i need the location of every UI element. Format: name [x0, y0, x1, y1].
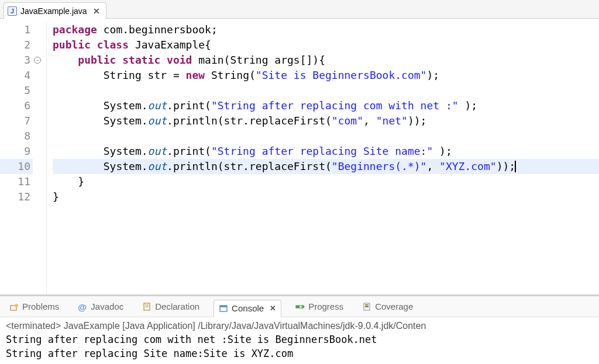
code-editor[interactable]: 123−456789101112 package com.beginnersbo… [0, 19, 599, 294]
tab-label: Problems [22, 301, 59, 311]
declaration-icon [142, 302, 152, 311]
code-line[interactable]: System.out.println(str.replaceFirst("com… [53, 113, 599, 129]
tab-label: Coverage [375, 301, 413, 311]
line-number: 10 [0, 159, 33, 174]
svg-rect-8 [296, 306, 300, 308]
line-number-gutter: 123−456789101112 [0, 22, 36, 294]
tab-label: Javadoc [91, 301, 123, 311]
tab-label: Progress [308, 301, 343, 311]
console-output-line: String after replacing com with net :Sit… [6, 332, 593, 346]
javadoc-icon: @ [78, 302, 87, 311]
progress-icon [295, 302, 305, 311]
tab-console[interactable]: Console ✕ [214, 300, 281, 317]
tab-problems[interactable]: Problems [5, 299, 64, 314]
code-line[interactable]: public static void main(String args[]){ [53, 53, 599, 68]
code-line[interactable]: } [53, 174, 599, 189]
code-line[interactable]: } [53, 189, 599, 204]
line-number: 12 [0, 189, 33, 204]
line-number: 9 [0, 144, 33, 159]
code-line[interactable]: String str = new String("Site is Beginne… [53, 68, 599, 83]
close-icon[interactable]: ✕ [93, 6, 100, 16]
line-number: 3− [0, 53, 33, 68]
code-line[interactable] [53, 83, 599, 98]
text-cursor [515, 161, 516, 172]
svg-rect-10 [365, 304, 369, 306]
editor-tab-label: JavaExample.java [20, 6, 87, 16]
editor-tab-bar: J JavaExample.java ✕ [0, 0, 599, 19]
coverage-icon [362, 302, 371, 311]
editor-tab-javaexample[interactable]: J JavaExample.java ✕ [4, 2, 106, 19]
tab-coverage[interactable]: Coverage [357, 299, 418, 314]
line-number: 11 [0, 174, 33, 189]
console-output-line: String after replacing Site name:Site is… [6, 346, 593, 360]
line-number: 5 [0, 83, 33, 98]
bottom-panel: Problems @ Javadoc Declaration Console ✕… [0, 294, 599, 364]
console-icon [219, 304, 228, 313]
bottom-tab-bar: Problems @ Javadoc Declaration Console ✕… [0, 296, 599, 317]
code-line[interactable] [53, 129, 599, 144]
code-content[interactable]: package com.beginnersbook;public class J… [47, 22, 599, 294]
problems-icon [9, 302, 19, 311]
svg-rect-6 [220, 306, 227, 307]
code-line[interactable]: System.out.print("String after replacing… [53, 144, 599, 159]
tab-label: Console [232, 303, 264, 313]
line-number: 8 [0, 129, 33, 144]
code-line[interactable]: public class JavaExample{ [53, 37, 599, 53]
svg-point-1 [15, 304, 18, 307]
console-output[interactable]: <terminated> JavaExample [Java Applicati… [0, 317, 599, 364]
tab-declaration[interactable]: Declaration [137, 299, 204, 314]
tab-progress[interactable]: Progress [291, 299, 348, 314]
close-icon[interactable]: ✕ [270, 304, 276, 313]
svg-rect-11 [365, 306, 369, 307]
fold-toggle-icon[interactable]: − [34, 57, 41, 64]
java-file-icon: J [8, 6, 17, 16]
line-number: 2 [0, 37, 33, 53]
code-line[interactable]: System.out.println(str.replaceFirst("Beg… [53, 159, 599, 174]
line-number: 1 [0, 22, 33, 37]
line-number: 7 [0, 113, 33, 129]
console-status-line: <terminated> JavaExample [Java Applicati… [6, 321, 593, 331]
tab-label: Declaration [155, 301, 199, 311]
line-number: 4 [0, 68, 33, 83]
tab-javadoc[interactable]: @ Javadoc [73, 299, 128, 314]
code-line[interactable]: System.out.print("String after replacing… [53, 98, 599, 113]
line-number: 6 [0, 98, 33, 113]
code-line[interactable]: package com.beginnersbook; [53, 22, 599, 37]
editor-area: J JavaExample.java ✕ 123−456789101112 pa… [0, 0, 599, 294]
